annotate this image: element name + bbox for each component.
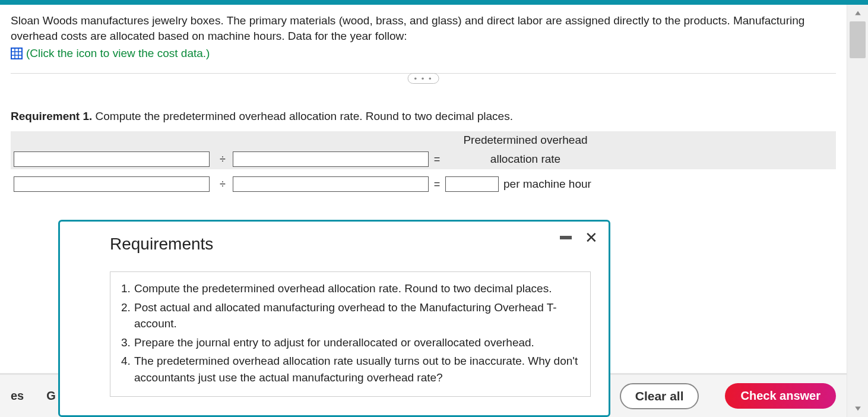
vertical-scrollbar[interactable]: [847, 5, 868, 417]
window-top-accent: [0, 0, 868, 5]
list-item: 2.Post actual and allocated manufacturin…: [121, 299, 579, 332]
req-item-3: Prepare the journal entry to adjust for …: [134, 334, 579, 351]
calc-header-row-2: ÷ = allocation rate: [11, 149, 836, 169]
divide-symbol: ÷: [213, 149, 233, 169]
requirements-popup: ✕ Requirements 1.Compute the predetermin…: [58, 220, 610, 417]
divide-symbol-2: ÷: [213, 178, 233, 191]
section-divider: • • •: [11, 73, 836, 86]
problem-intro-text: Sloan Woods manufactures jewelry boxes. …: [11, 13, 836, 43]
requirement-1-text: Compute the predetermined overhead alloc…: [92, 110, 513, 122]
minimize-icon[interactable]: [560, 236, 572, 239]
svg-marker-6: [855, 406, 861, 410]
list-item: 4.The predetermined overhead allocation …: [121, 353, 579, 386]
numerator-value-input[interactable]: [14, 176, 210, 192]
calc-table: Predetermined overhead ÷ = allocation ra…: [11, 131, 836, 195]
requirements-list: 1.Compute the predetermined overhead all…: [110, 271, 591, 397]
result-header-line1: Predetermined overhead: [463, 134, 587, 147]
fragment-es: es: [11, 389, 24, 403]
calc-value-row: ÷ = per machine hour: [11, 173, 836, 195]
scrollbar-thumb[interactable]: [850, 21, 866, 58]
scroll-down-arrow-icon[interactable]: [847, 400, 868, 417]
req-item-4: The predetermined overhead allocation ra…: [134, 353, 579, 386]
req-item-1: Compute the predetermined overhead alloc…: [134, 280, 579, 297]
result-header-line2: allocation rate: [490, 153, 560, 166]
requirement-1-label: Requirement 1.: [11, 110, 92, 122]
svg-marker-5: [855, 11, 861, 15]
table-icon: [11, 48, 23, 59]
calc-header-row: Predetermined overhead: [11, 131, 836, 149]
cost-data-link-text[interactable]: (Click the icon to view the cost data.): [26, 47, 210, 60]
req-item-2: Post actual and allocated manufacturing …: [134, 299, 579, 332]
numerator-label-input[interactable]: [14, 151, 210, 167]
check-answer-button[interactable]: Check answer: [725, 383, 836, 409]
bottom-left-fragments: es G: [11, 389, 56, 403]
expand-ellipsis-button[interactable]: • • •: [408, 73, 439, 84]
svg-rect-0: [11, 48, 22, 59]
close-icon[interactable]: ✕: [585, 230, 598, 245]
denominator-value-input[interactable]: [233, 176, 429, 192]
result-unit-label: per machine hour: [503, 178, 591, 191]
denominator-label-input[interactable]: [233, 151, 429, 167]
requirements-popup-title: Requirements: [110, 235, 591, 254]
result-value-input[interactable]: [445, 176, 499, 192]
clear-all-button[interactable]: Clear all: [620, 383, 699, 409]
list-item: 1.Compute the predetermined overhead all…: [121, 280, 579, 297]
equals-symbol-2: =: [429, 178, 445, 191]
requirement-1-heading: Requirement 1. Compute the predetermined…: [11, 110, 836, 123]
scroll-up-arrow-icon[interactable]: [847, 5, 868, 21]
cost-data-link-row[interactable]: (Click the icon to view the cost data.): [11, 47, 836, 60]
list-item: 3.Prepare the journal entry to adjust fo…: [121, 334, 579, 351]
fragment-g: G: [46, 389, 56, 403]
equals-symbol: =: [429, 149, 445, 169]
